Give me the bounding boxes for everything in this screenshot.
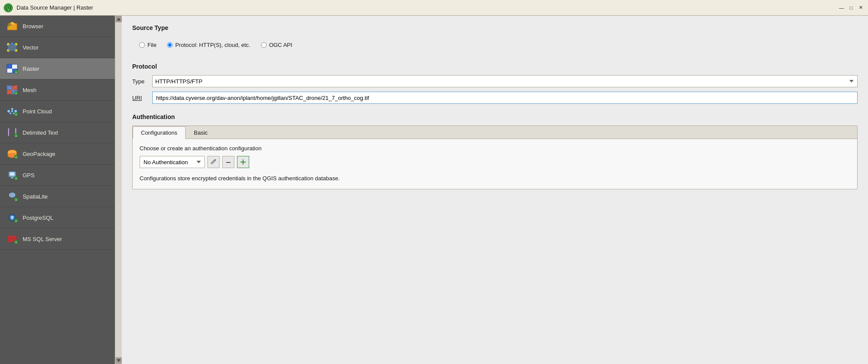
radio-protocol-label: Protocol: HTTP(S), cloud, etc. xyxy=(175,42,250,48)
svg-text:Q: Q xyxy=(7,6,10,10)
svg-rect-46 xyxy=(10,172,14,175)
pointcloud-icon: + xyxy=(6,105,18,117)
auth-edit-button[interactable] xyxy=(207,156,220,168)
svg-rect-47 xyxy=(11,177,13,179)
sidebar-item-pointcloud[interactable]: + Point Cloud xyxy=(0,101,115,122)
sidebar-item-gps[interactable]: + GPS xyxy=(0,165,115,186)
radio-ogcapi-label: OGC API xyxy=(269,42,292,48)
sidebar-item-postgresql[interactable]: + PostgreSQL xyxy=(0,207,115,228)
sidebar-item-mesh[interactable]: + Mesh xyxy=(0,79,115,101)
svg-rect-13 xyxy=(7,64,12,69)
tab-configurations[interactable]: Configurations xyxy=(133,126,186,139)
svg-point-12 xyxy=(11,43,13,44)
svg-point-29 xyxy=(11,108,13,110)
sidebar-item-vector[interactable]: Vector xyxy=(0,37,115,58)
svg-marker-56 xyxy=(8,238,17,240)
sidebar-label-spatialite: SpatiaLite xyxy=(23,193,48,200)
sidebar-label-gps: GPS xyxy=(23,172,34,179)
uri-row: URI xyxy=(132,92,858,104)
auth-choose-text: Choose or create an authentication confi… xyxy=(140,145,850,152)
svg-text:+: + xyxy=(15,241,17,244)
app-logo: Q xyxy=(3,3,13,13)
radio-protocol[interactable]: Protocol: HTTP(S), cloud, etc. xyxy=(167,42,250,48)
sidebar-item-browser[interactable]: Browser xyxy=(0,16,115,37)
protocol-title: Protocol xyxy=(132,63,858,70)
sidebar-label-mesh: Mesh xyxy=(23,87,37,93)
mssqlserver-icon: + xyxy=(6,233,18,245)
svg-marker-61 xyxy=(117,359,120,362)
radio-protocol-input[interactable] xyxy=(167,42,173,48)
vector-icon xyxy=(6,41,18,53)
scroll-down-arrow[interactable] xyxy=(116,357,122,364)
radio-file-input[interactable] xyxy=(139,42,145,48)
svg-text:+: + xyxy=(15,92,17,95)
sidebar-label-raster: Raster xyxy=(23,66,39,72)
sidebar-item-raster[interactable]: + Raster xyxy=(0,58,115,79)
scroll-track xyxy=(115,23,122,357)
title-bar: Q Data Source Manager | Raster — □ ✕ xyxy=(0,0,868,16)
minimize-button[interactable]: — xyxy=(838,4,845,12)
svg-rect-64 xyxy=(240,162,246,162)
title-bar-controls: — □ ✕ xyxy=(838,4,865,12)
svg-point-33 xyxy=(11,110,13,112)
svg-text:+: + xyxy=(15,220,17,222)
authentication-title: Authentication xyxy=(132,113,858,120)
sidebar-label-geopackage: GeoPackage xyxy=(23,151,55,157)
source-type-radio-group: File Protocol: HTTP(S), cloud, etc. OGC … xyxy=(132,36,858,53)
window-title: Data Source Manager | Raster xyxy=(17,4,93,11)
tab-basic[interactable]: Basic xyxy=(186,126,216,139)
radio-ogcapi[interactable]: OGC API xyxy=(261,42,292,48)
auth-add-button[interactable] xyxy=(237,156,249,168)
sidebar-item-mssqlserver[interactable]: + MS SQL Server xyxy=(0,228,115,250)
type-select[interactable]: HTTP/HTTPS/FTP xyxy=(152,75,858,87)
scroll-up-arrow[interactable] xyxy=(116,16,122,22)
svg-text:+: + xyxy=(15,177,17,180)
postgresql-icon: + xyxy=(6,212,18,224)
svg-text:+: + xyxy=(15,135,17,137)
maximize-button[interactable]: □ xyxy=(847,4,855,12)
radio-file[interactable]: File xyxy=(139,42,157,48)
svg-text:+: + xyxy=(15,113,17,116)
svg-rect-5 xyxy=(9,23,11,26)
source-type-title: Source Type xyxy=(132,24,858,31)
svg-rect-6 xyxy=(7,23,9,26)
svg-rect-14 xyxy=(12,64,17,69)
sidebar-item-spatialite[interactable]: + SpatiaLite xyxy=(0,186,115,207)
sidebar-scrollbar[interactable] xyxy=(115,16,122,364)
sidebar-item-geopackage[interactable]: + GeoPackage xyxy=(0,143,115,165)
svg-text:+: + xyxy=(15,199,17,201)
auth-remove-button[interactable] xyxy=(222,156,234,168)
svg-text:+: + xyxy=(15,71,17,73)
svg-point-31 xyxy=(10,113,11,114)
content-area: Source Type File Protocol: HTTP(S), clou… xyxy=(122,16,868,364)
sidebar-label-mssqlserver: MS SQL Server xyxy=(23,236,62,242)
svg-point-28 xyxy=(7,110,10,113)
type-row: Type HTTP/HTTPS/FTP xyxy=(132,75,858,87)
svg-marker-55 xyxy=(8,236,17,238)
auth-tabs: Configurations Basic xyxy=(133,126,857,139)
delimitedtext-icon: + xyxy=(6,126,18,139)
title-bar-left: Q Data Source Manager | Raster xyxy=(3,3,93,13)
authentication-section: Authentication Configurations Basic Choo… xyxy=(132,113,858,189)
main-layout: Browser Vector xyxy=(0,16,868,364)
sidebar: Browser Vector xyxy=(0,16,115,364)
radio-file-label: File xyxy=(147,42,157,48)
sidebar-label-vector: Vector xyxy=(23,44,39,51)
geopackage-icon: + xyxy=(6,148,18,160)
sidebar-label-pointcloud: Point Cloud xyxy=(23,108,52,115)
auth-info-text: Configurations store encrypted credentia… xyxy=(140,174,850,183)
uri-label: URI xyxy=(132,95,148,101)
auth-config-dropdown[interactable]: No Authentication xyxy=(140,156,205,168)
auth-controls: No Authentication xyxy=(140,156,850,168)
sidebar-label-browser: Browser xyxy=(23,23,43,30)
browser-icon xyxy=(6,20,18,32)
uri-input[interactable] xyxy=(152,92,858,104)
sidebar-item-delimitedtext[interactable]: + Delimited Text xyxy=(0,122,115,143)
close-button[interactable]: ✕ xyxy=(857,4,865,12)
tab-configurations-content: Choose or create an authentication confi… xyxy=(133,139,857,189)
type-label: Type xyxy=(132,78,148,85)
source-type-section: Source Type File Protocol: HTTP(S), clou… xyxy=(132,24,858,53)
radio-ogcapi-input[interactable] xyxy=(261,42,267,48)
protocol-section: Protocol Type HTTP/HTTPS/FTP URI xyxy=(132,63,858,104)
spatialite-icon: + xyxy=(6,190,18,202)
